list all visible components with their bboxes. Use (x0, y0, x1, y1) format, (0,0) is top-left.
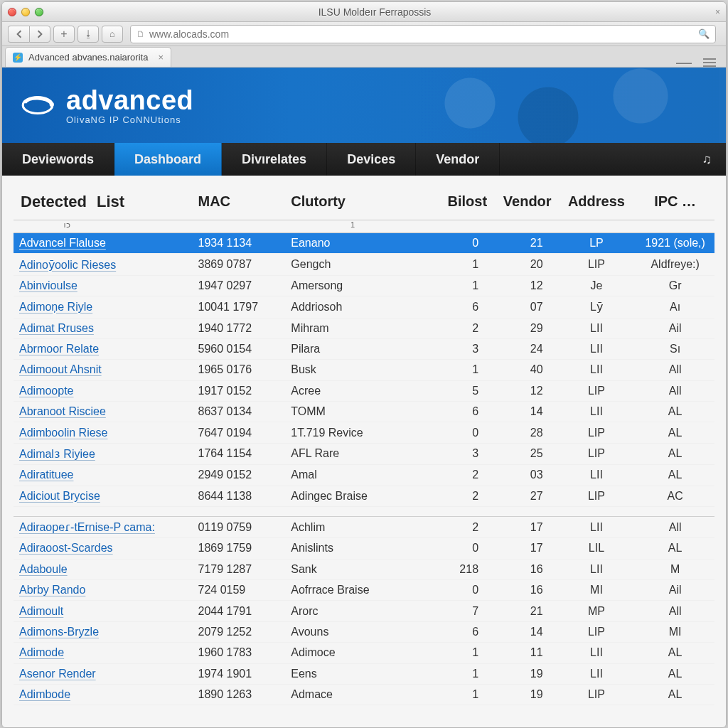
cell-name[interactable]: Adaboule (14, 559, 193, 579)
address-bar[interactable]: 🗋 www.alocads.com 🔍 (130, 25, 716, 43)
menu-button[interactable] (703, 58, 716, 67)
cell-vendor: 21 (493, 601, 557, 621)
cell-name[interactable]: Abinvioulse (14, 275, 193, 296)
cell-name[interactable]: Adimode (14, 643, 193, 663)
cell-vendor: 40 (493, 360, 557, 380)
cell-ipc: AC (636, 486, 714, 506)
col-header-bilost[interactable]: Bilost (429, 184, 493, 220)
cell-address: LIP (557, 422, 636, 443)
table-row[interactable]: Adimoout Ahsnit1965 0176Busk140LIIAll (14, 360, 714, 380)
cell-name[interactable]: Adiraoost-Scardes (14, 538, 193, 559)
table-row[interactable]: Adinoȳoolic Rieses3869 0787Gengch120LIPA… (14, 254, 714, 275)
table-row[interactable]: Abrby Rando724 0159Aofrrace Braise016MIA… (14, 580, 714, 601)
forward-button[interactable] (29, 26, 50, 43)
nav-item-dashboard[interactable]: Dashboard (114, 143, 222, 176)
cell-name[interactable]: Abrby Rando (14, 580, 193, 601)
table-row[interactable]: Adimoult2044 1791Arorc721MPAll (14, 601, 714, 621)
table-row[interactable]: Adimalɜ Riyiee1764 1154AFL Rare325LIPAL (14, 443, 714, 464)
cell-address: LIP (557, 254, 636, 275)
cell-address: MI (557, 580, 636, 601)
table-row[interactable]: Adaboule7179 1287Sank21816LIIM (14, 559, 714, 579)
zoom-window-button[interactable] (35, 8, 43, 16)
close-window-button[interactable] (8, 8, 16, 16)
cell-name[interactable]: Adimat Rruses (14, 318, 193, 338)
back-button[interactable] (8, 26, 29, 43)
col-header-mac[interactable]: MAC (193, 184, 286, 220)
cell-name[interactable]: Adiratituee (14, 465, 193, 486)
col-header-name[interactable]: Detected List (14, 184, 193, 220)
table-row[interactable]: Abrmoor Relate5960 0154Pilara324LIISı (14, 338, 714, 359)
col-header-vendor[interactable]: Vendor (493, 184, 557, 220)
cell-name[interactable]: Adimbode (14, 684, 193, 705)
cell-name[interactable]: Abranoot Risciee (14, 402, 193, 422)
cell-bilost: 3 (429, 443, 493, 464)
cell-clutory: Addriosoh (285, 296, 428, 318)
cell-vendor: 11 (493, 643, 557, 663)
browser-window: ILSU Moldeır Ferrapossis × + ⭳ ⌂ 🗋 www.a… (1, 1, 727, 728)
cell-address: LII (557, 465, 636, 486)
search-icon[interactable]: 🔍 (698, 28, 710, 39)
col-header-clutory[interactable]: Clutorty (285, 184, 428, 220)
brand-subtitle: OlivaNG IP CoNNUtions (66, 114, 193, 125)
cell-ipc: M (636, 559, 714, 579)
table-row[interactable]: Adimons-Bryzle2079 1252Avouns614LIPMI (14, 621, 714, 642)
table-row[interactable]: Adimboolin Riese7647 01941T.719 Revice02… (14, 422, 714, 443)
table-row[interactable]: Adimat Rruses1940 1772Mihram229LIIAil (14, 318, 714, 338)
tab-strip: Advanced abvanes.naiarorita × — (2, 46, 726, 68)
cell-ipc: All (636, 601, 714, 621)
table-row[interactable]: Adimoņe Riyle10041 1797Addriosoh607LȳAı (14, 296, 714, 318)
cell-name[interactable]: Asenor Render (14, 663, 193, 684)
col-header-address[interactable]: Address (557, 184, 636, 220)
cell-name[interactable]: Adimoopte (14, 380, 193, 401)
table-row[interactable]: Adimbode1890 1263Admace119LIPAL (14, 684, 714, 705)
cell-clutory: Pilara (285, 338, 428, 359)
tab-close-button[interactable]: × (154, 52, 164, 63)
tab-active[interactable]: Advanced abvanes.naiarorita × (5, 47, 171, 67)
home-button[interactable]: ⌂ (102, 26, 123, 43)
cell-name[interactable]: Adimoult (14, 601, 193, 621)
cell-name[interactable]: Adimons-Bryzle (14, 621, 193, 642)
cell-name[interactable]: Adiraopeɾ-tErnise-P cama: (14, 516, 193, 537)
minimize-window-button[interactable] (21, 8, 30, 16)
nav-item-vendor[interactable]: Vendor (416, 143, 500, 176)
table-row[interactable]: Adimoopte1917 0152Acree512LIPAll (14, 380, 714, 401)
cell-ipc: MI (636, 621, 714, 642)
cell-clutory: Achlim (285, 516, 428, 537)
cell-bilost: 0 (429, 233, 493, 254)
cell-vendor: 16 (493, 580, 557, 601)
table-row[interactable]: Adiraoost-Scardes1869 1759Anislints017LI… (14, 538, 714, 559)
cell-ipc: 1921 (sole,) (636, 233, 714, 254)
nav-item-divırelates[interactable]: Divırelates (222, 143, 327, 176)
cell-name[interactable]: Adimalɜ Riyiee (14, 443, 193, 464)
table-row[interactable]: Advancel Flaluse1934 1134Eanano021LP1921… (14, 233, 714, 254)
cell-name[interactable]: Adimoout Ahsnit (14, 360, 193, 380)
cell-name[interactable]: Abrmoor Relate (14, 338, 193, 359)
cell-clutory: Amal (285, 465, 428, 486)
table-row[interactable]: Asenor Render1974 1901Eens119LIIAL (14, 663, 714, 684)
cell-name[interactable]: Adimoņe Riyle (14, 296, 193, 318)
cell-name[interactable]: Adiciout Brycise (14, 486, 193, 506)
downloads-button[interactable]: ⭳ (77, 26, 99, 43)
cell-bilost: 1 (429, 663, 493, 684)
cell-name[interactable]: Adimboolin Riese (14, 422, 193, 443)
cell-bilost: 1 (429, 360, 493, 380)
table-row[interactable]: Adimode1960 1783Adimoce111LIIAL (14, 643, 714, 663)
cell-bilost: 7 (429, 601, 493, 621)
nav-music-icon[interactable]: ♫ (688, 143, 727, 176)
cell-name[interactable]: Advancel Flaluse (14, 233, 193, 254)
titlebar: ILSU Moldeır Ferrapossis × (2, 2, 726, 22)
table-row[interactable]: Adiratituee2949 0152Amal203LIIAL (14, 465, 714, 486)
nav-item-devices[interactable]: Devices (327, 143, 416, 176)
cell-ipc: AL (636, 538, 714, 559)
add-tab-button[interactable]: + (53, 26, 75, 43)
table-row[interactable]: Adiciout Brycise8644 1138Adingec Braise2… (14, 486, 714, 506)
table-row[interactable]: Abinvioulse1947 0297Amersong112JeGr (14, 275, 714, 296)
svg-point-1 (50, 102, 54, 107)
table-row[interactable]: Adiraopeɾ-tErnise-P cama:0119 0759Achlim… (14, 516, 714, 537)
nav-item-deviewords[interactable]: Deviewords (2, 143, 114, 176)
window-controls-right[interactable]: × (706, 7, 720, 17)
table-row[interactable]: Abranoot Risciee8637 0134TOMM614LIIAL (14, 402, 714, 422)
col-header-ipc[interactable]: IPC … (636, 184, 714, 220)
cell-name[interactable]: Adinoȳoolic Rieses (14, 254, 193, 275)
table-group-separator (14, 506, 714, 516)
